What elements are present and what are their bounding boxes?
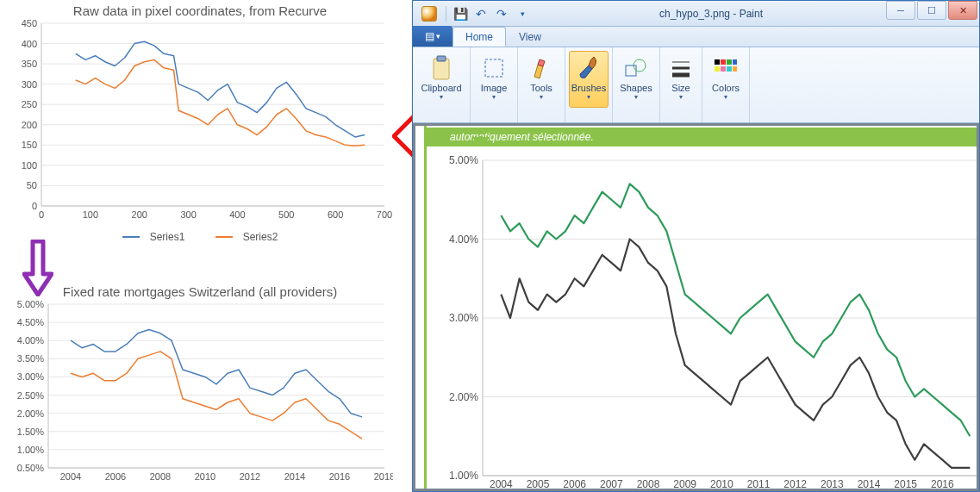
svg-text:2018: 2018 — [374, 471, 393, 482]
shapes-button[interactable]: Shapes ▾ — [616, 51, 656, 108]
svg-text:2009: 2009 — [673, 478, 696, 489]
minimize-button[interactable]: ─ — [886, 1, 915, 20]
image-label: Image — [481, 83, 508, 93]
svg-text:600: 600 — [328, 209, 343, 220]
svg-text:3.50%: 3.50% — [17, 353, 44, 364]
svg-text:100: 100 — [83, 209, 98, 220]
svg-text:2.00%: 2.00% — [17, 408, 44, 419]
svg-text:5.00%: 5.00% — [449, 154, 478, 166]
tab-view[interactable]: View — [506, 27, 554, 47]
legend-series1: Series1 — [150, 231, 185, 243]
svg-text:4.00%: 4.00% — [449, 234, 478, 246]
image-button[interactable]: Image ▾ — [474, 51, 514, 108]
svg-text:3.00%: 3.00% — [17, 371, 44, 382]
svg-text:2012: 2012 — [783, 478, 807, 489]
svg-text:2007: 2007 — [600, 478, 623, 489]
svg-text:200: 200 — [132, 209, 147, 220]
pencil-icon — [528, 55, 554, 81]
svg-text:450: 450 — [22, 18, 37, 28]
group-size: Size ▾ — [660, 47, 702, 122]
paint-canvas-area[interactable]: automatiquement sélectionnée. 1.00%2.00%… — [413, 123, 979, 491]
svg-text:250: 250 — [22, 99, 37, 109]
chart-title: Raw data in pixel coordinates, from Recu… — [7, 3, 393, 18]
svg-text:3.00%: 3.00% — [449, 312, 478, 324]
clipboard-label: Clipboard — [421, 83, 461, 93]
svg-text:2004: 2004 — [490, 478, 513, 489]
size-icon — [668, 55, 694, 81]
group-brushes: Brushes ▾ — [565, 47, 613, 122]
group-colors: Colors ▾ — [702, 47, 750, 122]
svg-rect-71 — [733, 59, 737, 65]
ribbon: Clipboard ▾ Image ▾ Tools ▾ — [413, 47, 979, 123]
paint-app-icon[interactable] — [421, 6, 437, 22]
chart-legend: Series1 Series2 — [7, 228, 393, 243]
chart-raw-pixel-svg: 0501001502002503003504004500100200300400… — [7, 18, 393, 225]
colors-label: Colors — [712, 83, 740, 93]
file-menu-icon: ▤ — [425, 30, 434, 42]
svg-rect-60 — [434, 59, 449, 79]
svg-text:1.00%: 1.00% — [449, 470, 478, 482]
svg-text:2.50%: 2.50% — [17, 390, 44, 401]
svg-text:5.00%: 5.00% — [17, 299, 44, 309]
close-button[interactable]: ✕ — [948, 1, 977, 20]
window-title: ch_hypo_3.png - Paint — [536, 8, 886, 20]
svg-rect-74 — [727, 66, 732, 72]
svg-text:2012: 2012 — [240, 471, 260, 482]
save-icon[interactable]: 💾 — [451, 4, 470, 23]
green-banner-text: automatiquement sélectionnée. — [450, 131, 594, 143]
svg-rect-61 — [437, 56, 446, 61]
titlebar[interactable]: 💾 ↶ ↷ ▾ ch_hypo_3.png - Paint ─ ☐ ✕ — [413, 1, 979, 27]
svg-rect-73 — [721, 66, 726, 72]
ribbon-tabs: ▤▾ Home View — [413, 27, 979, 47]
file-menu[interactable]: ▤▾ — [413, 26, 453, 47]
svg-text:2010: 2010 — [195, 471, 215, 482]
svg-text:2015: 2015 — [894, 478, 917, 489]
svg-text:2008: 2008 — [150, 471, 171, 482]
size-button[interactable]: Size ▾ — [664, 51, 698, 108]
clipboard-button[interactable]: Clipboard ▾ — [416, 51, 466, 108]
svg-text:150: 150 — [22, 140, 37, 150]
svg-text:4.00%: 4.00% — [17, 335, 44, 346]
maximize-button[interactable]: ☐ — [917, 1, 946, 20]
svg-rect-70 — [727, 59, 732, 65]
shapes-label: Shapes — [620, 83, 652, 93]
svg-text:4.50%: 4.50% — [17, 317, 44, 327]
svg-text:350: 350 — [22, 59, 37, 69]
tab-home[interactable]: Home — [453, 27, 506, 47]
svg-rect-72 — [715, 66, 720, 72]
group-clipboard: Clipboard ▾ — [413, 47, 471, 122]
brushes-button[interactable]: Brushes ▾ — [569, 51, 609, 108]
colors-button[interactable]: Colors ▾ — [706, 51, 746, 108]
svg-text:500: 500 — [278, 209, 294, 220]
svg-text:300: 300 — [180, 209, 196, 220]
chart-title: Fixed rate mortgages Switzerland (all pr… — [7, 284, 393, 299]
svg-text:400: 400 — [22, 39, 37, 49]
svg-text:1.00%: 1.00% — [17, 445, 44, 455]
tools-button[interactable]: Tools ▾ — [521, 51, 561, 108]
svg-text:2010: 2010 — [710, 478, 733, 489]
svg-text:1.50%: 1.50% — [17, 427, 44, 437]
svg-rect-68 — [715, 59, 720, 65]
svg-text:2005: 2005 — [527, 478, 550, 489]
svg-text:2006: 2006 — [105, 471, 126, 482]
svg-rect-63 — [626, 65, 636, 76]
shapes-icon — [623, 55, 649, 81]
chart-mortgages: Fixed rate mortgages Switzerland (all pr… — [7, 284, 393, 490]
chart-mortgages-svg: 0.50%1.00%1.50%2.00%2.50%3.00%3.50%4.00%… — [7, 299, 393, 487]
svg-text:2008: 2008 — [637, 478, 660, 489]
qat-more-icon[interactable]: ▾ — [513, 4, 532, 23]
svg-text:0: 0 — [39, 209, 44, 220]
group-tools: Tools ▾ — [518, 47, 565, 122]
svg-text:2004: 2004 — [60, 471, 81, 482]
redo-icon[interactable]: ↷ — [492, 4, 511, 23]
legend-series2: Series2 — [243, 231, 278, 243]
paint-canvas[interactable]: automatiquement sélectionnée. 1.00%2.00%… — [415, 126, 977, 489]
svg-text:2.00%: 2.00% — [449, 391, 478, 403]
svg-text:400: 400 — [229, 209, 245, 220]
quick-access-toolbar: 💾 ↶ ↷ ▾ — [413, 1, 536, 26]
undo-icon[interactable]: ↶ — [471, 4, 490, 23]
select-icon — [481, 55, 507, 81]
svg-rect-62 — [485, 59, 502, 77]
chart-raw-pixel: Raw data in pixel coordinates, from Recu… — [7, 3, 393, 243]
svg-text:2014: 2014 — [858, 478, 881, 489]
